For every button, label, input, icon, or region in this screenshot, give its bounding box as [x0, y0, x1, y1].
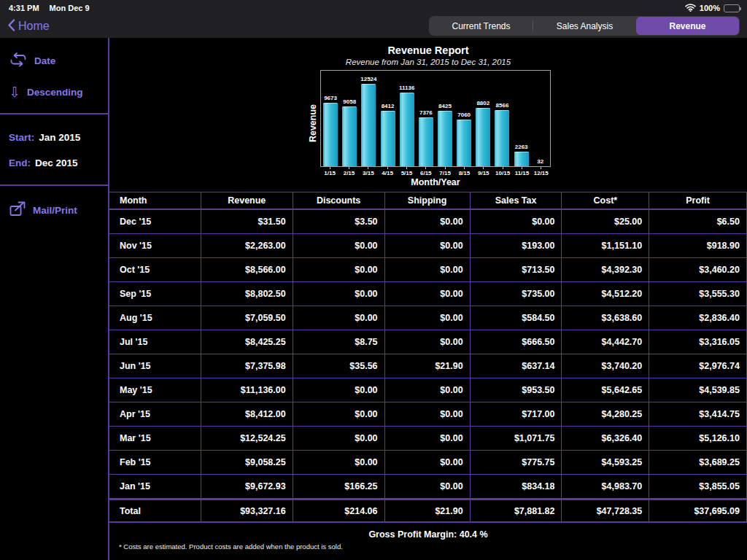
- bar-group: 8412: [379, 71, 398, 166]
- bar: [342, 106, 357, 166]
- x-tick-label: 12/15: [534, 170, 549, 176]
- y-axis-label: Revenue: [308, 84, 318, 163]
- table-cell: $0.00: [385, 427, 471, 450]
- table-cell: $4,280.25: [562, 402, 649, 426]
- mail-print-button[interactable]: Mail/Print: [0, 201, 108, 219]
- chart-title: Revenue Report: [109, 44, 747, 56]
- table-cell: Oct '15: [109, 258, 201, 281]
- x-axis-slot: 12/15: [532, 167, 551, 176]
- table-row: Dec '15$31.50$3.50$0.00$0.00$25.00$6.50: [109, 210, 747, 234]
- table-cell: $9,058.25: [201, 451, 293, 474]
- table-cell: $4,442.70: [562, 330, 649, 354]
- x-axis-slot: 1/15: [320, 167, 339, 176]
- x-tick-label: 3/15: [363, 170, 374, 176]
- x-tick-label: 11/15: [515, 170, 530, 176]
- header-cell: Sales Tax: [471, 192, 562, 209]
- bar-group: 11136: [398, 71, 417, 166]
- cost-footnote: * Costs are estimated. Product costs are…: [109, 542, 747, 551]
- table-cell: Aug '15: [109, 306, 201, 330]
- table-cell: $6,326.40: [562, 427, 649, 450]
- table-cell: Mar '15: [109, 427, 201, 450]
- x-tick: [483, 167, 484, 169]
- tab-sales-analysis[interactable]: Sales Analysis: [533, 17, 636, 35]
- table-cell: $0.00: [293, 378, 385, 402]
- table-cell: $8,425.25: [201, 330, 293, 354]
- bar: [476, 108, 490, 166]
- x-axis-slot: 10/15: [493, 167, 512, 176]
- x-tick-label: 6/15: [420, 170, 432, 176]
- table-cell: $0.00: [385, 306, 471, 330]
- header-cell: Profit: [649, 192, 747, 209]
- table-row: Aug '15$7,059.50$0.00$0.00$584.50$3,638.…: [109, 306, 747, 330]
- table-cell: $0.00: [385, 330, 471, 354]
- table-cell: $0.00: [385, 402, 471, 426]
- x-axis-slot: 11/15: [512, 167, 531, 176]
- end-value: Dec 2015: [35, 158, 78, 168]
- header-cell: Month: [109, 192, 201, 209]
- table-cell: $8,802.50: [201, 282, 293, 306]
- table-header-row: MonthRevenueDiscountsShippingSales TaxCo…: [109, 192, 747, 210]
- end-date-row[interactable]: End: Dec 2015: [0, 158, 108, 168]
- x-tick-label: 1/15: [324, 170, 336, 176]
- back-button-label: Home: [18, 20, 50, 33]
- header-cell: Shipping: [385, 192, 471, 209]
- table-cell: $6.50: [649, 210, 747, 233]
- plot-stack: 9673905812524841211136737684257060880285…: [320, 70, 551, 187]
- top-chrome: 4:31 PMMon Dec 9 100%: [0, 0, 747, 38]
- table-cell: $2,976.74: [649, 354, 747, 378]
- battery-icon: [724, 4, 740, 12]
- table-cell: $31.50: [201, 210, 293, 233]
- tab-revenue[interactable]: Revenue: [636, 17, 739, 35]
- table-cell: $0.00: [293, 451, 385, 474]
- table-cell: $47,728.35: [562, 500, 649, 521]
- start-date-row[interactable]: Start: Jan 2015: [0, 132, 108, 143]
- table-cell: $3.50: [293, 210, 385, 233]
- bar-value-label: 9673: [324, 95, 337, 101]
- table-cell: $3,460.20: [649, 258, 747, 281]
- gross-profit-margin: Gross Profit Margin: 40.4 %: [109, 529, 747, 540]
- table-cell: $0.00: [293, 258, 385, 281]
- bar-group: 9673: [321, 71, 340, 166]
- table-cell: $3,555.30: [649, 282, 747, 306]
- x-axis-slot: 6/15: [417, 167, 436, 176]
- table-cell: $7,059.50: [201, 306, 293, 330]
- table-cell: $4,983.70: [562, 475, 649, 498]
- table-cell: $3,689.25: [649, 451, 747, 474]
- x-tick: [522, 167, 522, 169]
- bar-value-label: 12524: [360, 76, 376, 82]
- table-cell: Jun '15: [109, 354, 201, 378]
- table-cell: $775.75: [471, 451, 562, 474]
- table-cell: $3,855.05: [649, 475, 747, 498]
- table-cell: $12,524.25: [201, 427, 293, 450]
- table-cell: Feb '15: [109, 451, 201, 474]
- back-button[interactable]: Home: [7, 19, 50, 34]
- bar-group: 9058: [340, 71, 359, 166]
- x-tick-label: 10/15: [495, 170, 510, 176]
- table-cell: $2,836.40: [649, 306, 747, 330]
- table-cell: $5,642.65: [562, 378, 649, 402]
- x-tick-label: 4/15: [382, 170, 393, 176]
- main-area: Date ⇩ Descending Start: Jan 2015 End: D…: [0, 38, 747, 560]
- descending-sort-button[interactable]: ⇩ Descending: [0, 83, 108, 101]
- bar: [457, 120, 471, 166]
- table-cell: $3,740.20: [562, 354, 649, 378]
- table-cell: $637.14: [471, 354, 562, 378]
- table-cell: Sep '15: [109, 282, 201, 306]
- table-cell: $713.50: [471, 258, 562, 281]
- tab-current-trends[interactable]: Current Trends: [430, 17, 533, 35]
- x-tick: [330, 167, 330, 169]
- table-cell: Jan '15: [109, 475, 201, 498]
- bar-value-label: 2263: [515, 144, 528, 150]
- table-cell: $0.00: [293, 282, 385, 306]
- table-cell: $37,695.09: [649, 500, 747, 521]
- table-cell: $4,512.20: [562, 282, 649, 306]
- table-cell: $918.90: [649, 234, 747, 257]
- table-cell: $0.00: [471, 210, 562, 233]
- plot-area: 9673905812524841211136737684257060880285…: [320, 70, 551, 167]
- x-tick: [541, 167, 541, 169]
- table-cell: $35.56: [293, 354, 385, 378]
- date-sort-button[interactable]: Date: [0, 51, 108, 70]
- revenue-bar-chart: Revenue 96739058125248412111367376842570…: [109, 70, 747, 187]
- header-cell: Discounts: [293, 192, 385, 209]
- sidebar-divider: [0, 113, 108, 114]
